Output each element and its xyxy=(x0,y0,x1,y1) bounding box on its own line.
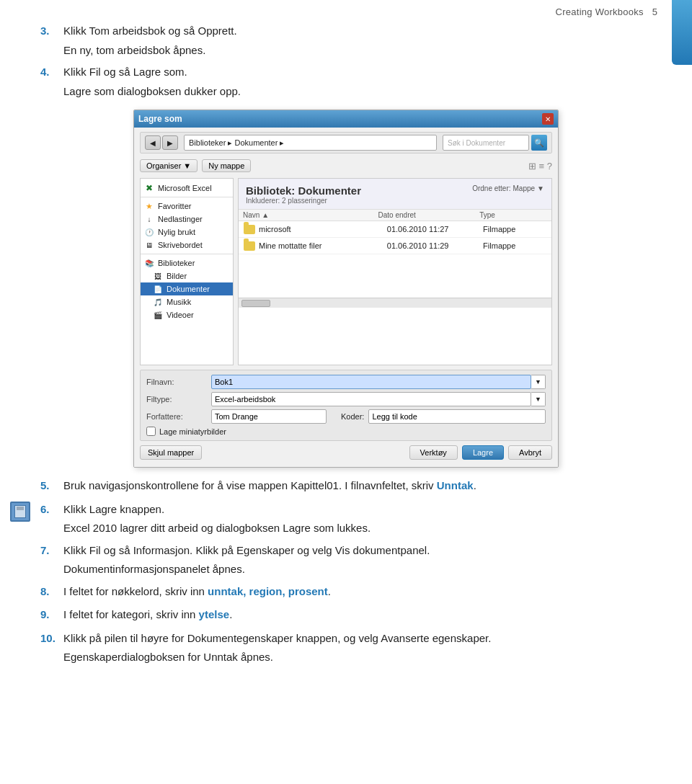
step-9-text: I feltet for kategori, skriv inn ytelse. xyxy=(63,607,652,623)
filtype-input[interactable] xyxy=(211,392,531,406)
checkbox-label: Lage miniatyrbilder xyxy=(159,427,226,436)
step-6-sub: Excel 2010 lagrer ditt arbeid og dialogb… xyxy=(63,520,652,537)
col-type-header: Type xyxy=(479,211,547,219)
nav-buttons: ◀ ▶ xyxy=(145,135,178,150)
dialog-screenshot: Lagre som ✕ ◀ ▶ Biblioteker ▸ Dokumenter… xyxy=(133,110,559,468)
content-area-header: Bibliotek: Dokumenter Inkluderer: 2 plas… xyxy=(239,179,551,210)
sidebar-skrivebordet-label: Skrivebordet xyxy=(158,241,203,249)
step-9-num: 9. xyxy=(40,607,63,623)
back-button[interactable]: ◀ xyxy=(145,135,161,150)
sidebar-divider-1 xyxy=(141,197,233,197)
blue-tab-decoration xyxy=(672,0,692,65)
sidebar-item-nedlastinger[interactable]: ↓ Nedlastinger xyxy=(141,213,233,226)
step-6-num: 6. xyxy=(40,502,63,518)
step-9-highlight: ytelse xyxy=(199,608,230,620)
filnavn-dropdown[interactable]: ▼ xyxy=(531,375,546,389)
sidebar-item-favorites[interactable]: ★ Favoritter xyxy=(141,200,233,213)
file-type-0: Filmappe xyxy=(483,225,547,233)
new-folder-button[interactable]: Ny mappe xyxy=(202,159,251,172)
sidebar-divider-2 xyxy=(141,254,233,254)
sort-label: Ordne etter: xyxy=(472,184,510,192)
sidebar-videoer-label: Videoer xyxy=(167,311,194,319)
save-button[interactable]: Lagre xyxy=(462,445,504,460)
sidebar-bilder-label: Bilder xyxy=(167,272,187,280)
step-3-text: Klikk Tom arbeidsbok og så Opprett. xyxy=(63,23,652,40)
save-icon xyxy=(10,502,30,522)
step-10-text: Klikk på pilen til høyre for Dokumentege… xyxy=(63,631,652,647)
sidebar-item-excel[interactable]: ✖ Microsoft Excel xyxy=(141,182,233,195)
step-5-num: 5. xyxy=(40,478,63,494)
breadcrumb-bar[interactable]: Biblioteker ▸ Dokumenter ▸ xyxy=(184,135,437,151)
forward-button[interactable]: ▶ xyxy=(162,135,178,150)
search-button[interactable]: 🔍 xyxy=(531,135,547,151)
excel-icon: ✖ xyxy=(143,183,155,193)
sidebar-nylig-label: Nylig brukt xyxy=(158,228,195,236)
scrollbar-thumb xyxy=(241,300,270,307)
nylig-icon: 🕐 xyxy=(143,227,155,237)
step-3-sub: En ny, tom arbeidsbok åpnes. xyxy=(63,43,652,59)
filtype-label: Filtype: xyxy=(146,395,211,404)
step-8: 8. I feltet for nøkkelord, skriv inn unn… xyxy=(40,584,652,600)
dialog-toolbar1: ◀ ▶ Biblioteker ▸ Dokumenter ▸ Søk i Dok… xyxy=(140,132,552,153)
kode-label: Koder: xyxy=(341,412,364,421)
sort-chevron: ▼ xyxy=(537,184,544,192)
miniatyr-checkbox[interactable] xyxy=(146,427,156,436)
file-date-0: 01.06.2010 11:27 xyxy=(387,225,483,233)
file-row-0[interactable]: microsoft 01.06.2010 11:27 Filmappe xyxy=(239,221,551,238)
file-row-1[interactable]: Mine mottatte filer 01.06.2010 11:29 Fil… xyxy=(239,238,551,254)
sidebar-item-musikk[interactable]: 🎵 Musikk xyxy=(141,295,233,308)
dialog-form: Filnavn: ▼ Filtype: ▼ Forfattere: Koder: xyxy=(140,370,552,441)
file-list-header: Navn ▲ Dato endret Type xyxy=(239,210,551,221)
step-10-num: 10. xyxy=(40,631,63,647)
step-9: 9. I feltet for kategori, skriv inn ytel… xyxy=(40,607,652,623)
step-8-num: 8. xyxy=(40,584,63,600)
sort-value: Mappe xyxy=(513,184,536,192)
page-header: Creating Workbooks 5 xyxy=(0,0,692,23)
dialog-sidebar: ✖ Microsoft Excel ★ Favoritter ↓ Nedlast… xyxy=(140,178,234,365)
step-7-text: Klikk Fil og så Informasjon. Klikk på Eg… xyxy=(63,543,652,559)
sidebar-favorites-label: Favoritter xyxy=(158,202,191,210)
dialog-action-bar: Skjul mapper Verktøy Lagre Avbryt xyxy=(140,445,552,460)
step-4-sub: Lagre som dialogboksen dukker opp. xyxy=(63,84,652,100)
step-5-highlight: Unntak xyxy=(437,479,474,491)
hide-folder-button[interactable]: Skjul mapper xyxy=(140,445,202,460)
header-title: Creating Workbooks xyxy=(556,6,644,17)
sidebar-item-videoer[interactable]: 🎬 Videoer xyxy=(141,308,233,321)
filnavn-label: Filnavn: xyxy=(146,378,211,386)
cancel-button[interactable]: Avbryt xyxy=(508,445,552,460)
page-number: 5 xyxy=(652,6,657,17)
content-area-title: Bibliotek: Dokumenter xyxy=(246,184,361,197)
favorites-icon: ★ xyxy=(143,201,155,211)
file-name-0: microsoft xyxy=(259,225,387,233)
search-placeholder: Søk i Dokumenter xyxy=(448,139,505,147)
bilder-icon: 🖼 xyxy=(152,271,164,281)
filtype-row: Filtype: ▼ xyxy=(146,392,546,406)
filnavn-row: Filnavn: ▼ xyxy=(146,375,546,389)
content-area-subtitle: Inkluderer: 2 plasseringer xyxy=(246,197,361,205)
scrollbar-horizontal[interactable] xyxy=(239,298,551,308)
sidebar-biblioteker-label: Biblioteker xyxy=(158,259,195,267)
checkbox-row: Lage miniatyrbilder xyxy=(146,427,546,436)
main-content: 3. Klikk Tom arbeidsbok og så Opprett. E… xyxy=(40,23,652,672)
sidebar-item-skrivebordet[interactable]: 🖥 Skrivebordet xyxy=(141,239,233,251)
forfatter-kode-row: Forfattere: Koder: xyxy=(146,409,546,424)
sidebar-item-nylig[interactable]: 🕐 Nylig brukt xyxy=(141,226,233,239)
step-8-text: I feltet for nøkkelord, skriv inn unntak… xyxy=(63,584,652,600)
step-7: 7. Klikk Fil og så Informasjon. Klikk på… xyxy=(40,543,652,559)
step-4-num: 4. xyxy=(40,64,63,81)
sidebar-item-biblioteker[interactable]: 📚 Biblioteker xyxy=(141,257,233,270)
tools-button[interactable]: Verktøy xyxy=(409,445,458,460)
sidebar-item-bilder[interactable]: 🖼 Bilder xyxy=(141,270,233,282)
col-name-header[interactable]: Navn ▲ xyxy=(243,211,378,219)
organise-button[interactable]: Organiser ▼ xyxy=(140,159,198,172)
step-3-num: 3. xyxy=(40,23,63,40)
step-6: 6. Klikk Lagre knappen. xyxy=(40,502,652,518)
dokumenter-icon: 📄 xyxy=(152,284,164,294)
dialog-close-button[interactable]: ✕ xyxy=(542,113,554,125)
file-name-1: Mine mottatte filer xyxy=(259,241,387,250)
kode-input[interactable] xyxy=(368,409,546,424)
filtype-dropdown[interactable]: ▼ xyxy=(531,392,546,406)
sidebar-item-dokumenter[interactable]: 📄 Dokumenter xyxy=(141,282,233,295)
filnavn-input[interactable] xyxy=(211,375,531,389)
forfatter-input[interactable] xyxy=(211,409,327,424)
